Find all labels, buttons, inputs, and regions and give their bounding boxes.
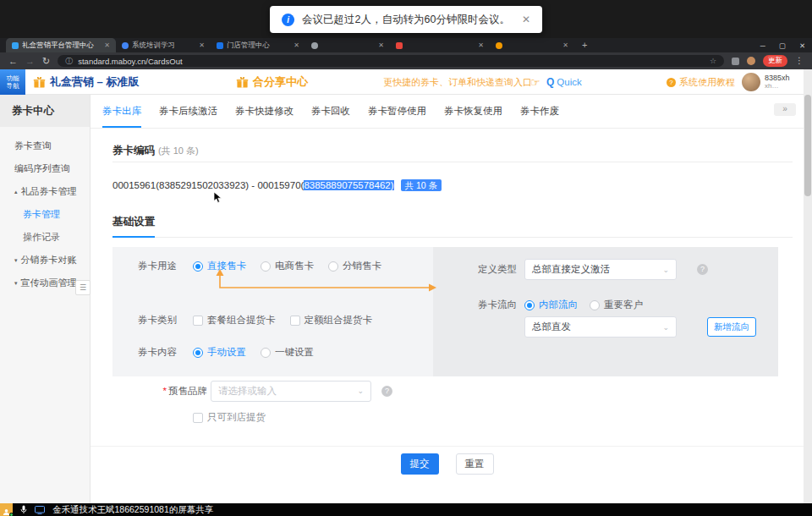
card-codes-count: (共 10 条): [158, 145, 199, 156]
scrollbar-thumb[interactable]: [804, 95, 811, 196]
define-type-value: 总部直接定义激活: [532, 263, 610, 276]
help-icon[interactable]: ?: [697, 264, 708, 275]
window-maximize-button[interactable]: ▢: [779, 41, 786, 50]
help-icon[interactable]: ?: [381, 386, 392, 397]
tutorial-link[interactable]: ? 系统使用教程: [667, 69, 735, 95]
page-scrollbar[interactable]: [804, 69, 812, 503]
share-center-label: 合分享中心: [253, 74, 308, 90]
forward-icon[interactable]: →: [25, 57, 35, 66]
radio-internal-flow[interactable]: 内部流向: [524, 299, 578, 311]
sidebar-group-label: 礼品券卡管理: [21, 186, 77, 196]
browser-profile-avatar[interactable]: [747, 57, 755, 65]
tab-card-recycle[interactable]: 券卡回收: [311, 95, 350, 128]
user-avatar[interactable]: [742, 73, 760, 91]
tutorial-icon: ?: [667, 78, 676, 87]
add-flow-button[interactable]: 新增流向: [707, 317, 756, 337]
tab-close-icon[interactable]: ✕: [562, 41, 568, 49]
sidebar-item-card-management[interactable]: 券卡管理: [0, 203, 90, 226]
tab-title: 礼盒营销平台管理中心: [22, 41, 101, 51]
browser-tab-active[interactable]: 礼盒营销平台管理中心 ✕: [6, 38, 116, 52]
quick-search-link[interactable]: Q Quick: [546, 69, 582, 95]
category-label: 券卡类别: [112, 314, 177, 327]
tab-card-later-activation[interactable]: 券卡后续激活: [159, 95, 217, 128]
collapse-arrow-icon: ▴: [14, 189, 18, 195]
browser-tabbar: 礼盒营销平台管理中心 ✕ 系统培训学习 ✕ 门店管理中心 ✕ ✕ ✕ ✕ +: [0, 38, 812, 52]
browser-tab[interactable]: ✕: [305, 38, 390, 52]
site-info-icon[interactable]: ⓘ: [65, 58, 73, 65]
promo-text: 更快捷的券卡、订单和快递查询入口: [383, 69, 532, 95]
browser-menu-icon[interactable]: ⋮: [795, 57, 804, 65]
radio-icon: [590, 300, 600, 310]
tab-card-restore[interactable]: 券卡恢复使用: [444, 95, 502, 128]
extensions-icon[interactable]: [732, 58, 739, 65]
tab-close-icon[interactable]: ✕: [378, 41, 384, 49]
sidebar-group-label: 分销券卡对账: [21, 255, 77, 265]
submit-button[interactable]: 提交: [401, 453, 439, 475]
nav-badge-line2: 导航: [7, 82, 19, 90]
checkbox-fixed-amount-combo-card[interactable]: 定额组合提货卡: [290, 314, 373, 327]
tab-card-void[interactable]: 券卡作废: [520, 95, 559, 128]
presale-brand-label: *预售品牌: [112, 385, 207, 398]
sidebar-item-operation-records[interactable]: 操作记录: [0, 226, 90, 249]
back-icon[interactable]: ←: [8, 57, 18, 66]
toast-close-icon[interactable]: ✕: [522, 14, 530, 25]
bookmark-star-icon[interactable]: ☆: [710, 58, 716, 65]
radio-manual-setting[interactable]: 手动设置: [193, 346, 246, 359]
app-header: 功能 导航 礼盒营销 – 标准版 合分享中心 更快捷的券卡、订单和快递查询入口 …: [0, 69, 812, 95]
quick-label: Quick: [557, 77, 581, 87]
sidebar-group-distribution-reconciliation[interactable]: ▾分销券卡对账: [0, 249, 90, 272]
tab-close-icon[interactable]: ✕: [104, 41, 110, 49]
store-only-row[interactable]: 只可到店提货: [193, 411, 266, 424]
browser-update-button[interactable]: 更新: [763, 55, 787, 67]
pointing-hand-icon: ☞: [530, 69, 540, 95]
chevron-down-icon: ⌄: [357, 387, 364, 395]
flow-arrow: [211, 267, 438, 293]
tab-favicon-icon: [217, 42, 223, 49]
browser-tab[interactable]: ✕: [390, 38, 490, 52]
browser-tab[interactable]: 系统培训学习 ✕: [116, 38, 211, 52]
sidebar-item-code-sequence-query[interactable]: 编码序列查询: [0, 157, 90, 180]
code-range-plain: 00015961(8385291502033923) - 00015970(: [112, 180, 304, 190]
tab-card-outbound[interactable]: 券卡出库: [102, 95, 141, 128]
window-minimize-button[interactable]: ─: [760, 41, 765, 50]
sidebar-item-card-query[interactable]: 券卡查询: [0, 134, 90, 157]
reset-button[interactable]: 重置: [456, 453, 494, 475]
sidebar-collapse-handle[interactable]: ☰: [75, 280, 91, 295]
sidebar-group-gift-card-management[interactable]: ▴礼品券卡管理: [0, 180, 90, 203]
presale-brand-select[interactable]: 请选择或输入 ⌄: [211, 381, 371, 402]
window-controls: ─ ▢ ✕: [760, 38, 805, 52]
address-bar[interactable]: ⓘ standard.maboy.cn/CardsOut ☆: [58, 55, 724, 67]
reload-icon[interactable]: ↻: [42, 57, 50, 66]
radio-icon: [261, 348, 271, 358]
checkbox-icon[interactable]: [193, 413, 203, 423]
screen-share-icon: [35, 506, 45, 514]
function-nav-badge[interactable]: 功能 导航: [0, 69, 25, 95]
chevron-down-icon: ⌄: [662, 323, 669, 332]
new-tab-button[interactable]: +: [582, 41, 587, 50]
tab-close-icon[interactable]: ✕: [294, 41, 299, 49]
radio-checked-icon: [193, 261, 203, 272]
define-type-select[interactable]: 总部直接定义激活 ⌄: [524, 259, 677, 280]
tab-close-icon[interactable]: ✕: [199, 41, 205, 49]
window-close-button[interactable]: ✕: [799, 41, 805, 50]
double-chevron-icon[interactable]: »: [774, 103, 796, 116]
share-center-link[interactable]: 合分享中心: [236, 69, 308, 95]
taskbar-avatar-icon[interactable]: [0, 503, 13, 516]
checkbox-icon: [290, 316, 300, 326]
browser-tab[interactable]: 门店管理中心 ✕: [211, 38, 305, 52]
card-codes-title: 券卡编码: [112, 145, 155, 156]
radio-checked-icon: [524, 300, 535, 310]
radio-important-customer[interactable]: 重要客户: [590, 299, 643, 311]
checkbox-package-combo-card[interactable]: 套餐组合提货卡: [193, 314, 276, 327]
tab-card-suspend[interactable]: 券卡暂停使用: [368, 95, 426, 128]
tab-card-quick-edit[interactable]: 券卡快捷修改: [235, 95, 294, 128]
browser-tab[interactable]: ✕: [490, 38, 574, 52]
tab-close-icon[interactable]: ✕: [478, 41, 484, 49]
radio-one-key-setting[interactable]: 一键设置: [261, 346, 314, 359]
basic-settings-header: 基础设置: [112, 213, 793, 238]
presale-brand-row: *预售品牌 请选择或输入 ⌄ ?: [112, 380, 392, 402]
toast-message: 会议已超过2人，自动转为60分钟限时会议。: [302, 13, 510, 27]
flow-select[interactable]: 总部直发 ⌄: [524, 316, 677, 338]
code-count-badge: 共 10 条: [401, 179, 442, 191]
user-info[interactable]: 8385xh xh…: [742, 69, 790, 95]
